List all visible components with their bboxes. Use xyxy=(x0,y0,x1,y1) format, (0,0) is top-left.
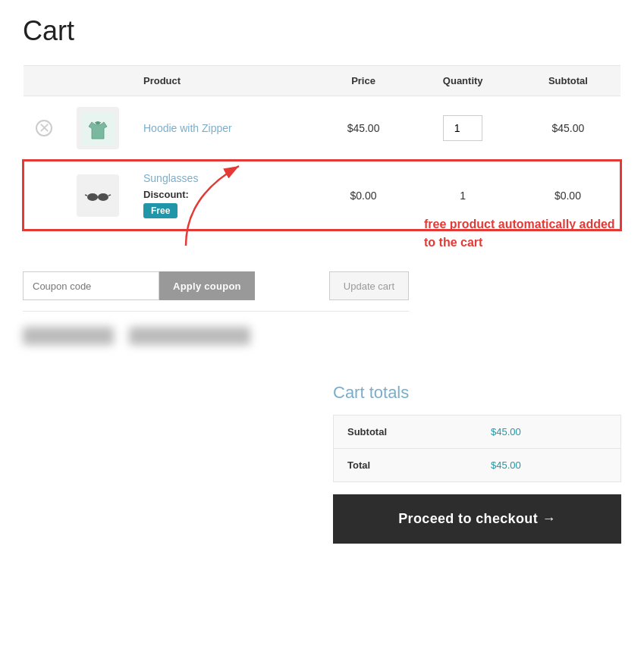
page-title: Cart xyxy=(23,15,621,47)
cart-totals-title: Cart totals xyxy=(333,383,621,403)
checkout-label: Proceed to checkout xyxy=(398,511,538,526)
total-row: Total $45.00 xyxy=(334,449,621,482)
svg-line-8 xyxy=(108,195,111,196)
total-label: Total xyxy=(334,449,478,482)
update-cart-button[interactable]: Update cart xyxy=(329,271,409,300)
totals-table: Subtotal $45.00 Total $45.00 xyxy=(333,415,621,482)
item-price: $0.00 xyxy=(317,161,410,230)
svg-point-4 xyxy=(98,193,108,201)
product-name-link[interactable]: Hoodie with Zipper xyxy=(143,122,232,134)
product-thumbnail xyxy=(77,107,119,149)
col-header-subtotal: Subtotal xyxy=(516,66,620,96)
item-subtotal: $0.00 xyxy=(516,161,620,230)
svg-point-3 xyxy=(87,193,98,201)
cart-totals-section: Cart totals Subtotal $45.00 Total $45.00… xyxy=(333,383,621,544)
svg-point-1 xyxy=(96,121,100,124)
item-subtotal: $45.00 xyxy=(516,96,620,161)
svg-line-7 xyxy=(85,195,87,196)
product-name-link[interactable]: Sunglasses xyxy=(143,172,198,184)
product-thumbnail xyxy=(77,174,119,217)
subtotal-label: Subtotal xyxy=(334,415,478,449)
blurred-section xyxy=(23,327,409,345)
table-row: Sunglasses Discount: Free $0.00 1 $0.00 xyxy=(24,161,620,230)
quantity-input[interactable] xyxy=(443,115,482,141)
table-row: ✕ Hoodie with Zipper $45.00 xyxy=(24,96,620,161)
remove-item-button[interactable]: ✕ xyxy=(36,120,52,136)
cart-table: Product Price Quantity Subtotal ✕ xyxy=(23,65,621,230)
col-header-price: Price xyxy=(317,66,410,96)
svg-rect-6 xyxy=(97,196,99,198)
item-price: $45.00 xyxy=(317,96,410,161)
coupon-row: Apply coupon Update cart xyxy=(23,261,409,312)
item-quantity: 1 xyxy=(410,161,516,230)
checkout-button[interactable]: Proceed to checkout → xyxy=(333,494,621,544)
free-badge: Free xyxy=(143,203,177,218)
col-header-product: Product xyxy=(131,66,317,96)
total-value: $45.00 xyxy=(477,449,621,482)
col-header-quantity: Quantity xyxy=(410,66,516,96)
discount-label: Discount: xyxy=(143,189,305,200)
checkout-arrow-icon: → xyxy=(542,511,555,526)
subtotal-value: $45.00 xyxy=(477,415,621,449)
subtotal-row: Subtotal $45.00 xyxy=(334,415,621,449)
coupon-input[interactable] xyxy=(23,271,159,300)
apply-coupon-button[interactable]: Apply coupon xyxy=(159,271,255,300)
